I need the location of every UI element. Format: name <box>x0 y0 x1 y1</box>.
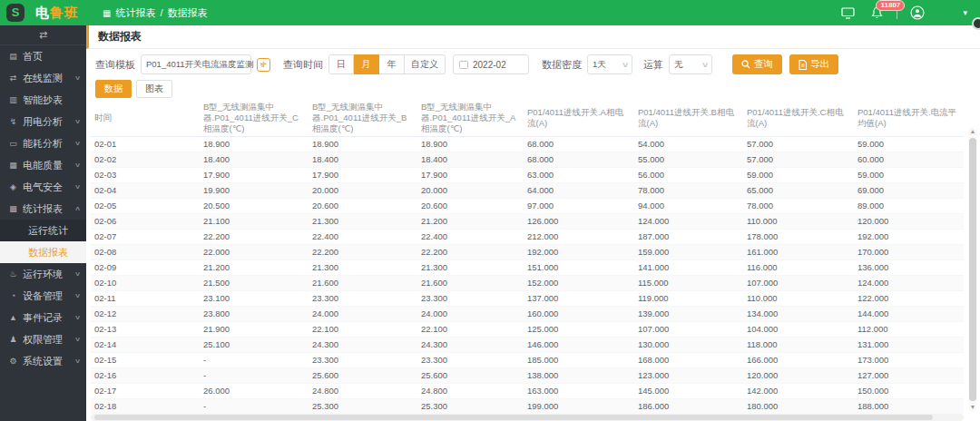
sidebar-item-permission-management[interactable]: ♟ 权限管理 ∨ <box>0 328 86 350</box>
time-custom-button[interactable]: 自定义 <box>405 54 446 74</box>
table-cell: 115.000 <box>634 275 743 290</box>
table-cell: 112.000 <box>854 321 964 337</box>
table-cell: 131.000 <box>854 337 964 352</box>
table-cell: 02-12 <box>91 306 200 321</box>
table-cell: 25.300 <box>309 398 417 414</box>
table-cell: 21.600 <box>417 275 524 290</box>
sidebar-item-home[interactable]: ▤ 首页 <box>0 45 86 67</box>
table-cell: 144.000 <box>854 306 964 321</box>
breadcrumb-separator: / <box>160 7 162 18</box>
vertical-scrollbar-thumb[interactable] <box>969 138 976 401</box>
table-row: 02-1123.10023.30023.300137.000119.000110… <box>91 290 964 306</box>
table-cell: 78.000 <box>743 198 854 213</box>
horizontal-scrollbar[interactable] <box>91 414 964 421</box>
floating-widget-button[interactable] <box>972 17 980 30</box>
table-cell: 25.100 <box>200 337 309 352</box>
sidebar-item-data-report[interactable]: 数据报表 <box>0 241 86 263</box>
table-cell: 120.000 <box>743 367 854 383</box>
table-cell: 18.900 <box>200 136 309 152</box>
table-cell: 94.000 <box>634 198 743 213</box>
chevron-down-icon: ∨ <box>74 140 81 147</box>
chevron-down-icon: ∨ <box>74 74 81 82</box>
time-month-button[interactable]: 月 <box>354 54 379 74</box>
table-cell: 57.000 <box>743 152 854 167</box>
table-cell: 21.100 <box>200 213 309 229</box>
meter-icon: ▥ <box>7 95 19 104</box>
time-year-button[interactable]: 年 <box>379 54 405 74</box>
brand-suffix: 鲁班 <box>50 5 79 20</box>
table-cell: 02-06 <box>91 213 200 229</box>
table-cell: 163.000 <box>524 383 634 398</box>
sidebar-item-energy-consumption-analysis[interactable]: ▭ 能耗分析 ∨ <box>0 132 86 154</box>
table-cell: - <box>200 352 309 367</box>
table-cell: 63.000 <box>524 167 634 182</box>
table-cell: 120.000 <box>854 213 964 229</box>
scroll-up-icon[interactable]: ▲ <box>968 127 977 136</box>
tab-chart[interactable]: 图表 <box>136 80 172 98</box>
bell-icon[interactable]: 11807 <box>869 5 884 20</box>
breadcrumb-page: 数据报表 <box>168 6 208 20</box>
table-cell: 02-18 <box>91 398 200 414</box>
date-picker-input[interactable]: 2022-02 <box>453 54 529 74</box>
vertical-scrollbar[interactable]: ▲ ▼ <box>968 127 977 412</box>
sidebar-item-online-monitoring[interactable]: ⇄ 在线监测 ∨ <box>0 67 86 89</box>
sidebar-item-power-quality[interactable]: ▦ 电能质量 ∨ <box>0 154 86 176</box>
operation-select[interactable]: 无 ∨ <box>669 54 712 74</box>
tab-data[interactable]: 数据 <box>95 80 132 98</box>
chevron-down-icon: ∨ <box>614 61 629 69</box>
table-cell: 107.000 <box>634 321 743 337</box>
query-toolbar: 查询模板 P01_4011开关电流温度监测 ∨ + 查询时间 日 月 年 自定义… <box>86 49 980 80</box>
table-cell: 136.000 <box>854 259 964 275</box>
query-button[interactable]: 查询 <box>732 54 782 74</box>
sidebar-item-event-records[interactable]: ▲ 事件记录 ∨ <box>0 307 86 328</box>
thermometer-icon: ♨ <box>7 269 19 279</box>
table-cell: 68.000 <box>524 136 634 152</box>
table-cell: 22.200 <box>417 244 524 259</box>
table-cell: 21.900 <box>200 321 309 337</box>
report-icon: ▩ <box>7 204 19 213</box>
table-cell: 17.900 <box>309 167 417 182</box>
table-cell: 124.000 <box>854 275 964 290</box>
table-cell: 142.000 <box>743 383 854 398</box>
sidebar-item-operating-environment[interactable]: ♨ 运行环境 ∨ <box>0 263 86 285</box>
column-header: 时间 <box>91 100 200 136</box>
table-cell: 02-03 <box>91 167 200 182</box>
table-row: 02-0218.40018.40018.40068.00055.00057.00… <box>91 152 964 167</box>
chevron-down-icon[interactable]: ▾ <box>963 8 967 17</box>
sidebar-item-operation-statistics[interactable]: 运行统计 <box>0 220 86 241</box>
time-day-button[interactable]: 日 <box>328 54 354 74</box>
table-cell: 110.000 <box>743 213 854 229</box>
density-select[interactable]: 1天 ∨ <box>587 54 632 74</box>
table-cell: 159.000 <box>634 244 743 259</box>
sidebar-item-smart-meter-reading[interactable]: ▥ 智能抄表 <box>0 89 86 111</box>
table-row: 02-15-23.30023.300185.000168.000166.0001… <box>91 352 964 367</box>
user-avatar-icon[interactable] <box>910 5 925 20</box>
table-cell: 02-11 <box>91 290 200 306</box>
column-header: P01/4011进线开关.B相电流(A) <box>634 100 743 136</box>
brand-prefix: 电 <box>35 5 50 20</box>
sidebar-item-system-settings[interactable]: ⚙ 系统设置 ∨ <box>0 350 86 372</box>
sidebar-item-electrical-safety[interactable]: ◈ 电气安全 ∨ <box>0 176 86 198</box>
template-select[interactable]: P01_4011开关电流温度监测 ∨ <box>141 54 251 74</box>
table-cell: 126.000 <box>524 213 634 229</box>
table-cell: 110.000 <box>743 290 854 306</box>
monitor-icon[interactable] <box>840 5 855 20</box>
table-cell: 17.900 <box>200 167 309 182</box>
users-icon: ♟ <box>7 335 19 344</box>
table-cell: 20.000 <box>309 182 417 198</box>
scroll-down-icon[interactable]: ▼ <box>968 403 977 412</box>
export-button[interactable]: 导出 <box>789 54 838 74</box>
horizontal-scrollbar-thumb[interactable] <box>94 415 933 420</box>
top-header: S 电鲁班 ▦ 统计报表 / 数据报表 11807 ▾ <box>0 0 980 25</box>
sidebar-item-device-management[interactable]: ◔ 设备管理 ∨ <box>0 285 86 307</box>
table-cell: 55.000 <box>634 152 743 167</box>
breadcrumb-section[interactable]: 统计报表 <box>115 6 155 20</box>
app-window: S 电鲁班 ▦ 统计报表 / 数据报表 11807 ▾ ⇄ <box>0 0 980 421</box>
sidebar-item-statistical-reports[interactable]: ▩ 统计报表 ∧ <box>0 198 86 220</box>
document-icon <box>799 60 807 70</box>
table-cell: 64.000 <box>524 182 634 198</box>
time-label: 查询时间 <box>283 58 323 72</box>
sidebar-collapse-button[interactable]: ⇄ <box>0 25 86 45</box>
sidebar-item-power-usage-analysis[interactable]: ↯ 用电分析 ∨ <box>0 111 86 132</box>
table-cell: 24.300 <box>417 337 524 352</box>
